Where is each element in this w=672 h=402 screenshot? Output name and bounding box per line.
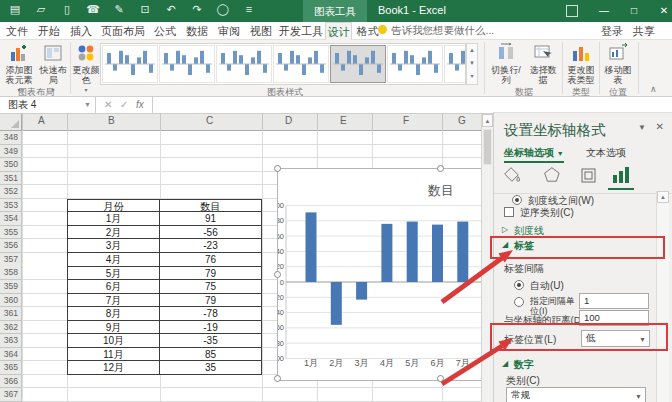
- tell-me-box[interactable]: 告诉我您想要做什么...: [378, 24, 494, 38]
- chart-handle-bottom-center[interactable]: [437, 375, 444, 382]
- specify-unit-input[interactable]: 1: [579, 293, 649, 309]
- new-file-icon[interactable]: ▯: [58, 3, 76, 16]
- tab-design[interactable]: 设计: [325, 22, 352, 40]
- row-header-360[interactable]: 360: [0, 294, 21, 308]
- chart-style-thumbnail[interactable]: [159, 45, 215, 83]
- specify-unit-radio[interactable]: [514, 297, 524, 307]
- table-row[interactable]: 4月76: [67, 253, 262, 267]
- touch-mode-icon[interactable]: ≡: [240, 3, 258, 15]
- formula-input[interactable]: [152, 97, 672, 113]
- row-header-362[interactable]: 362: [0, 321, 21, 335]
- column-header-b[interactable]: B: [108, 115, 115, 126]
- table-row[interactable]: 8月-78: [67, 307, 262, 321]
- table-cell[interactable]: 35: [160, 361, 262, 375]
- row-header-357[interactable]: 357: [0, 253, 21, 267]
- table-cell[interactable]: 2月: [67, 226, 160, 240]
- table-cell[interactable]: 12月: [67, 361, 160, 375]
- tab-review[interactable]: 审阅: [214, 22, 244, 40]
- table-cell[interactable]: 75: [160, 280, 262, 294]
- auto-label[interactable]: 自动(U): [530, 279, 564, 293]
- row-header-365[interactable]: 365: [0, 361, 21, 375]
- table-cell[interactable]: 数目: [160, 199, 262, 213]
- chart-style-thumbnail[interactable]: [102, 45, 158, 83]
- row-header-349[interactable]: 349: [0, 145, 21, 159]
- name-box[interactable]: 图表 4▼: [0, 97, 96, 113]
- select-data-button[interactable]: 选择数据: [526, 42, 560, 92]
- table-cell[interactable]: -56: [160, 226, 262, 240]
- row-header-361[interactable]: 361: [0, 307, 21, 321]
- reverse-categories-label[interactable]: 逆序类别(C): [520, 206, 574, 220]
- chart-style-thumbnail[interactable]: [216, 45, 272, 83]
- table-row[interactable]: 5月79: [67, 267, 262, 281]
- table-cell[interactable]: -78: [160, 307, 262, 321]
- close-button[interactable]: ✕: [649, 0, 672, 22]
- chevron-down-icon[interactable]: ◢: [502, 359, 508, 368]
- collapse-ribbon-icon[interactable]: ∧: [650, 84, 657, 94]
- table-cell[interactable]: -35: [160, 334, 262, 348]
- tab-page-layout[interactable]: 页面布局: [98, 22, 148, 40]
- open-icon[interactable]: ▱: [32, 3, 50, 16]
- number-section[interactable]: 数字: [514, 358, 534, 372]
- table-cell[interactable]: 1月: [67, 212, 160, 226]
- tab-formulas[interactable]: 公式: [150, 22, 180, 40]
- chart-handle-middle-left[interactable]: [274, 271, 281, 278]
- tab-home[interactable]: 开始: [34, 22, 64, 40]
- move-chart-button[interactable]: 移动图表: [602, 42, 634, 92]
- chart-handle-bottom-left[interactable]: [274, 375, 281, 382]
- row-header-359[interactable]: 359: [0, 280, 21, 294]
- quick-layout-button[interactable]: 快速布局▾: [38, 42, 68, 92]
- insert-function-icon[interactable]: fx: [136, 97, 144, 113]
- fill-icon[interactable]: [502, 165, 526, 187]
- minimize-button[interactable]: —: [589, 0, 619, 22]
- undo-icon[interactable]: ↶: [162, 3, 180, 16]
- pane-tab-axis-options[interactable]: 坐标轴选项 ▼: [504, 146, 564, 163]
- column-header-a[interactable]: A: [38, 115, 45, 126]
- chevron-right-icon[interactable]: ▷: [502, 225, 508, 234]
- table-cell[interactable]: 11月: [67, 348, 160, 362]
- pane-tab-text-options[interactable]: 文本选项: [586, 146, 626, 160]
- tab-data[interactable]: 数据: [182, 22, 212, 40]
- cancel-icon[interactable]: ✕: [104, 97, 112, 113]
- tab-format[interactable]: 格式: [354, 22, 381, 40]
- table-cell[interactable]: 4月: [67, 253, 160, 267]
- row-header-350[interactable]: 350: [0, 158, 21, 172]
- effects-icon[interactable]: [542, 165, 566, 187]
- column-header-c[interactable]: C: [206, 115, 213, 126]
- table-row[interactable]: 10月-35: [67, 334, 262, 348]
- sign-in-link[interactable]: 登录: [601, 24, 623, 39]
- row-header-348[interactable]: 348: [0, 131, 21, 145]
- chart-handle-top-left[interactable]: [274, 165, 281, 172]
- switch-row-column-button[interactable]: 切换行/列: [488, 42, 524, 92]
- auto-radio[interactable]: [514, 280, 524, 290]
- table-cell[interactable]: 9月: [67, 321, 160, 335]
- table-row[interactable]: 2月-56: [67, 226, 262, 240]
- row-header-354[interactable]: 354: [0, 212, 21, 226]
- print-preview-icon[interactable]: ⊡: [136, 3, 154, 16]
- row-header-364[interactable]: 364: [0, 348, 21, 362]
- row-header-356[interactable]: 356: [0, 239, 21, 253]
- column-header-d[interactable]: D: [285, 115, 292, 126]
- table-row[interactable]: 12月35: [67, 361, 262, 375]
- scrollbar-thumb[interactable]: [483, 129, 492, 165]
- between-ticks-radio[interactable]: [512, 195, 522, 205]
- table-cell[interactable]: 月份: [67, 199, 160, 213]
- save-icon[interactable]: ▤: [6, 3, 24, 16]
- table-cell[interactable]: 5月: [67, 267, 160, 281]
- row-header-352[interactable]: 352: [0, 185, 21, 199]
- gallery-scroll-buttons[interactable]: ▲▼▾: [466, 43, 478, 85]
- name-box-dropdown-icon[interactable]: ▼: [84, 97, 91, 113]
- add-chart-element-button[interactable]: 添加图表元素▾: [2, 42, 36, 92]
- table-row[interactable]: 9月-19: [67, 321, 262, 335]
- maximize-button[interactable]: □: [619, 0, 649, 22]
- share-button[interactable]: 共享: [633, 24, 655, 39]
- pane-scrollbar[interactable]: ▲: [656, 191, 669, 402]
- table-cell[interactable]: 85: [160, 348, 262, 362]
- tab-insert[interactable]: 插入: [66, 22, 96, 40]
- size-properties-icon[interactable]: [578, 165, 602, 187]
- table-row[interactable]: 7月79: [67, 294, 262, 308]
- pane-options-dropdown-icon[interactable]: ▼: [638, 123, 646, 132]
- chart-style-thumbnail[interactable]: [273, 45, 329, 83]
- specify-unit-label[interactable]: 指定间隔单位(I): [530, 296, 580, 316]
- table-row[interactable]: 3月-23: [67, 239, 262, 253]
- circle-icon[interactable]: ◯: [214, 3, 232, 16]
